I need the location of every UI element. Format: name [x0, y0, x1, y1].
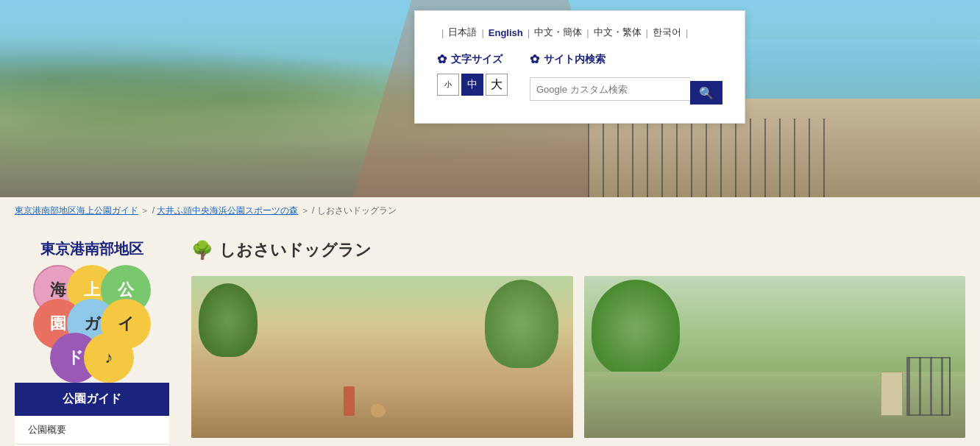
page-title-text: しおさいドッグラン: [219, 239, 372, 261]
breadcrumb-link-2[interactable]: 大井ふ頭中央海浜公園スポーツの森: [157, 205, 298, 216]
sidebar-logo: 東京港南部地区 海 上 公 園 ガ イ ド ♪: [15, 239, 169, 368]
photo-2-tree: [592, 280, 680, 375]
search-row: 🔍: [530, 74, 722, 105]
font-size-section: ✿ 文字サイズ 小 中 大: [437, 52, 508, 96]
breadcrumb-link-1[interactable]: 東京港南部地区海上公園ガイド: [15, 205, 138, 216]
font-size-title: ✿ 文字サイズ: [437, 52, 508, 66]
sidebar-nav-header: 公園ガイド: [15, 383, 169, 416]
lang-korean[interactable]: 한국어: [653, 26, 681, 39]
photo-tree-right: [485, 280, 558, 368]
photo-dog: [371, 404, 386, 417]
main-content: 東京港南部地区 海 上 公 園 ガ イ ド ♪ 公園ガイド 公園概要 公園施設 …: [0, 224, 980, 446]
photo-2-sign: [881, 372, 903, 416]
lang-separator: |: [441, 27, 444, 38]
popup-controls: ✿ 文字サイズ 小 中 大 ✿ サイト内検索 🔍: [437, 52, 722, 105]
breadcrumb-sep-1: ＞ /: [141, 205, 157, 216]
circle-note: ♪: [84, 333, 134, 383]
language-search-popup: | 日本語 | English | 中文・簡体 | 中文・繁体 | 한국어 | …: [414, 10, 745, 124]
photo-person: [344, 386, 355, 416]
search-section: ✿ サイト内検索 🔍: [530, 52, 722, 105]
hero-fence: [588, 118, 833, 197]
font-size-buttons: 小 中 大: [437, 74, 508, 96]
gear-icon: ✿: [437, 52, 447, 66]
lang-japanese[interactable]: 日本語: [448, 26, 477, 39]
photo-1: [191, 276, 573, 438]
sidebar-logo-title: 東京港南部地区: [15, 239, 169, 259]
breadcrumb-sep-2: ＞ /: [301, 205, 317, 216]
photo-2-fence: [906, 357, 951, 416]
search-input[interactable]: [530, 77, 690, 101]
search-title: ✿ サイト内検索: [530, 52, 722, 66]
font-large-button[interactable]: 大: [486, 74, 508, 96]
lang-english[interactable]: English: [489, 27, 523, 38]
hero-image: | 日本語 | English | 中文・簡体 | 中文・繁体 | 한국어 | …: [0, 0, 980, 197]
content-area: 🌳 しおさいドッグラン: [169, 224, 965, 446]
logo-circles: 海 上 公 園 ガ イ ド ♪: [33, 265, 151, 368]
lang-chinese-simplified[interactable]: 中文・簡体: [534, 26, 582, 39]
font-medium-button[interactable]: 中: [461, 74, 483, 96]
photos-row: [191, 276, 965, 438]
font-small-button[interactable]: 小: [437, 74, 459, 96]
photo-tree-left: [199, 283, 258, 357]
sidebar: 東京港南部地区 海 上 公 園 ガ イ ド ♪ 公園ガイド 公園概要 公園施設: [15, 224, 169, 446]
search-button[interactable]: 🔍: [690, 81, 722, 105]
page-title-icon: 🌳: [191, 240, 213, 261]
breadcrumb: 東京港南部地区海上公園ガイド ＞ / 大井ふ頭中央海浜公園スポーツの森 ＞ / …: [0, 197, 980, 224]
search-gear-icon: ✿: [530, 52, 539, 66]
photo-2: [584, 276, 966, 438]
page-title: 🌳 しおさいドッグラン: [191, 239, 965, 261]
language-nav: | 日本語 | English | 中文・簡体 | 中文・繁体 | 한국어 |: [437, 26, 722, 39]
sidebar-nav-item-overview[interactable]: 公園概要: [15, 416, 169, 445]
breadcrumb-current: しおさいドッグラン: [317, 205, 397, 216]
lang-chinese-traditional[interactable]: 中文・繁体: [594, 26, 642, 39]
search-icon: 🔍: [699, 86, 714, 100]
